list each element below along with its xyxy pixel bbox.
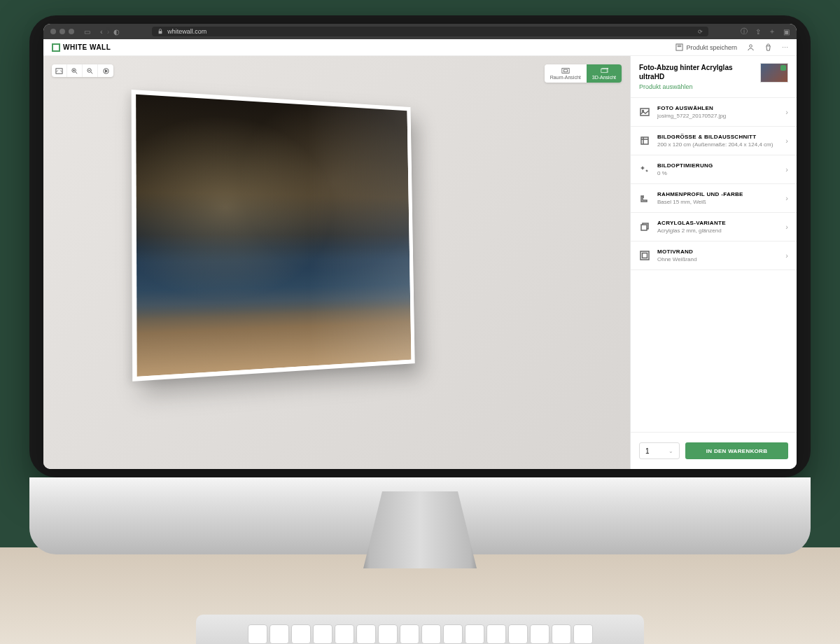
option-value: josimg_5722_20170527.jpg (657, 113, 778, 119)
quantity-value: 1 (645, 447, 650, 455)
chevron-right-icon: › (785, 223, 788, 231)
cart-button[interactable] (764, 46, 772, 51)
more-button[interactable]: ⋯ (782, 46, 788, 51)
add-to-cart-button[interactable]: IN DEN WARENKORB (685, 442, 788, 459)
zoom-in-button[interactable] (67, 64, 83, 77)
3d-view-label: 3D-Ansicht (592, 75, 616, 80)
option-value: 200 x 120 cm (Außenmaße: 204,4 x 124,4 c… (657, 141, 778, 148)
chevron-right-icon: › (785, 251, 788, 260)
logo-mark-icon (52, 46, 60, 52)
cart-row: 1 ⌄ IN DEN WARENKORB (631, 432, 797, 463)
view-mode-toggle: Raum-Ansicht 3D-Ansicht (545, 64, 622, 83)
sparkle-icon (639, 164, 650, 175)
option-value: Ohne Weißrand (657, 256, 778, 262)
monitor-mockup: ▭ ‹ › ◐ whitewall.com ⟳ ⓘ ⇪ ＋ (29, 15, 811, 547)
save-product-label: Produkt speichern (686, 46, 737, 51)
browser-window: ▭ ‹ › ◐ whitewall.com ⟳ ⓘ ⇪ ＋ (43, 46, 797, 463)
viewer-toolbar (52, 64, 113, 77)
room-icon (561, 67, 570, 74)
save-product-button[interactable]: Produkt speichern (676, 46, 737, 51)
product-frame (132, 90, 415, 382)
option-label: FOTO AUSWÄHLEN (657, 105, 778, 111)
option-label: BILDOPTIMIERUNG (657, 162, 778, 169)
account-button[interactable] (747, 46, 755, 51)
option-label: RAHMENPROFIL UND -FARBE (657, 191, 778, 197)
user-icon (747, 46, 755, 51)
option-value: Acrylglas 2 mm, glänzend (657, 227, 778, 234)
monitor-stand (336, 491, 504, 631)
option-row-crop[interactable]: BILDGRÖSSE & BILDAUSSCHNITT200 x 120 cm … (631, 127, 797, 155)
border-icon (639, 250, 650, 261)
chevron-down-icon: ⌄ (668, 448, 673, 454)
svg-point-2 (750, 46, 752, 48)
svg-rect-7 (562, 69, 569, 74)
chevron-right-icon: › (785, 165, 788, 174)
logo[interactable]: WHITE WALL (52, 46, 111, 52)
logo-text: WHITE WALL (63, 46, 111, 51)
layers-icon (639, 221, 650, 232)
zoom-out-button[interactable] (83, 64, 98, 77)
option-label: MOTIVRAND (657, 248, 778, 255)
screen: ▭ ‹ › ◐ whitewall.com ⟳ ⓘ ⇪ ＋ (43, 46, 797, 463)
quantity-select[interactable]: 1 ⌄ (639, 442, 680, 459)
frame-icon (639, 192, 650, 204)
svg-rect-8 (564, 69, 567, 71)
svg-rect-14 (643, 253, 648, 258)
option-value: 0 % (657, 170, 778, 176)
room-view-label: Raum-Ansicht (550, 75, 581, 80)
chevron-right-icon: › (785, 194, 788, 202)
option-label: ACRYLGLAS-VARIANTE (657, 220, 778, 226)
chevron-right-icon: › (785, 108, 788, 116)
fit-button[interactable] (52, 64, 67, 77)
keyboard-mockup (196, 615, 644, 644)
option-value: Basel 15 mm, Weiß (657, 199, 778, 205)
option-row-image[interactable]: FOTO AUSWÄHLENjosimg_5722_20170527.jpg› (631, 98, 797, 127)
option-row-sparkle[interactable]: BILDOPTIMIERUNG0 %› (631, 155, 797, 184)
bag-icon (764, 46, 772, 51)
product-select-link[interactable]: Produkt auswählen (639, 83, 755, 90)
product-3d-preview[interactable] (134, 98, 428, 371)
product-header: Foto-Abzug hinter Acrylglas ultraHD Prod… (631, 56, 797, 98)
3d-view-button[interactable]: 3D-Ansicht (587, 64, 622, 83)
room-view-button[interactable]: Raum-Ansicht (545, 64, 587, 83)
product-thumbnail[interactable] (760, 63, 788, 83)
option-row-border[interactable]: MOTIVRANDOhne Weißrand› (631, 241, 797, 270)
option-label: BILDGRÖSSE & BILDAUSSCHNITT (657, 134, 778, 140)
monitor-bezel: ▭ ‹ › ◐ whitewall.com ⟳ ⓘ ⇪ ＋ (29, 15, 811, 477)
config-sidebar: Foto-Abzug hinter Acrylglas ultraHD Prod… (630, 56, 797, 463)
3d-icon (600, 67, 608, 74)
product-title: Foto-Abzug hinter Acrylglas ultraHD (639, 63, 755, 81)
crop-icon (639, 135, 650, 146)
content-area: Raum-Ansicht 3D-Ansicht (43, 56, 797, 463)
product-image (136, 94, 411, 377)
svg-rect-12 (641, 225, 647, 230)
option-row-frame[interactable]: RAHMENPROFIL UND -FARBEBasel 15 mm, Weiß… (631, 184, 797, 213)
image-icon (639, 106, 650, 118)
app-header: WHITE WALL Produkt speichern (43, 46, 797, 56)
chevron-right-icon: › (785, 136, 788, 145)
rotate-button[interactable] (98, 64, 113, 77)
option-row-layers[interactable]: ACRYLGLAS-VARIANTEAcrylglas 2 mm, glänze… (631, 213, 797, 241)
svg-rect-11 (641, 137, 648, 144)
save-icon (676, 46, 683, 51)
product-viewer: Raum-Ansicht 3D-Ansicht (43, 56, 630, 463)
options-list: FOTO AUSWÄHLENjosimg_5722_20170527.jpg›B… (631, 98, 797, 432)
svg-point-10 (643, 111, 644, 112)
